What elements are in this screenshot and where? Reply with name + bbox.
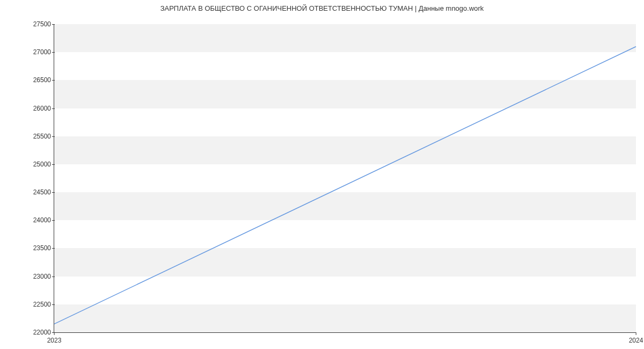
x-tick-label: 2024	[629, 332, 643, 344]
chart-line-layer	[54, 24, 636, 332]
y-tick-label: 23000	[33, 273, 54, 280]
salary-line-chart: ЗАРПЛАТА В ОБЩЕСТВО С ОГАНИЧЕННОЙ ОТВЕТС…	[0, 0, 644, 349]
y-tick-label: 27000	[33, 48, 54, 56]
y-tick-label: 23500	[33, 244, 54, 252]
y-tick-label: 26500	[33, 76, 54, 84]
y-tick-label: 22500	[33, 301, 54, 308]
data-line	[54, 47, 636, 324]
y-tick-label: 26000	[33, 105, 54, 112]
plot-area: 2200022500230002350024000245002500025500…	[54, 24, 636, 333]
x-tick-label: 2023	[47, 332, 62, 344]
y-tick-label: 27500	[33, 20, 54, 28]
y-tick-label: 24500	[33, 188, 54, 196]
y-tick-label: 24000	[33, 216, 54, 224]
chart-title: ЗАРПЛАТА В ОБЩЕСТВО С ОГАНИЧЕННОЙ ОТВЕТС…	[0, 4, 644, 12]
y-tick-label: 25000	[33, 161, 54, 168]
y-tick-label: 25500	[33, 133, 54, 140]
